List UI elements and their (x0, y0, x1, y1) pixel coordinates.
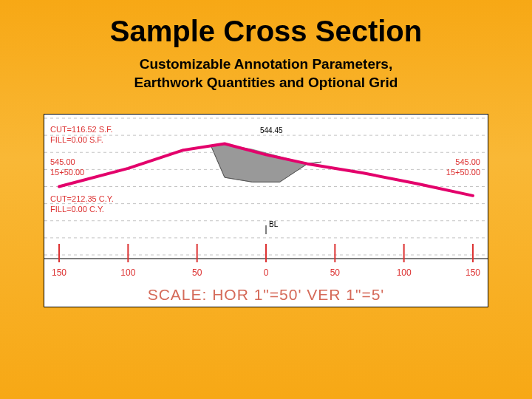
tick-label: 100 (120, 267, 135, 278)
cut-sf-label: CUT=116.52 S.F. (50, 125, 113, 135)
page-subtitle: Customizable Annotation Parameters, Eart… (0, 55, 532, 92)
tick-label: 150 (466, 267, 480, 278)
right-elev-label: 545.00 (455, 157, 480, 168)
tick-label: 0 (264, 267, 269, 278)
subtitle-line-1: Customizable Annotation Parameters, (140, 56, 392, 72)
scale-text: SCALE: HOR 1"=50' VER 1"=5' (44, 286, 488, 304)
tick-label: 50 (330, 267, 341, 278)
centerline-elev-label: 544.45 (260, 126, 283, 134)
tick-label: 150 (52, 267, 66, 278)
fill-sf-label: FILL=0.00 S.F. (50, 135, 103, 146)
baseline-label: BL (269, 220, 279, 228)
left-station-label: 15+50.00 (50, 168, 84, 178)
cut-cy-label: CUT=212.35 C.Y. (50, 194, 114, 205)
tick-label: 100 (397, 267, 412, 278)
tick-label: 50 (192, 267, 202, 278)
page-title: Sample Cross Section (0, 0, 532, 48)
subtitle-line-2: Earthwork Quantities and Optional Grid (134, 75, 398, 90)
left-elev-label: 545.00 (50, 157, 75, 168)
fill-cy-label: FILL=0.00 C.Y. (50, 205, 104, 215)
right-station-label: 15+50.00 (446, 168, 480, 178)
cross-section-plot: BL15010050050100150 CUT=116.52 S.F. FILL… (44, 114, 488, 307)
plot-svg: BL15010050050100150 (44, 115, 488, 307)
